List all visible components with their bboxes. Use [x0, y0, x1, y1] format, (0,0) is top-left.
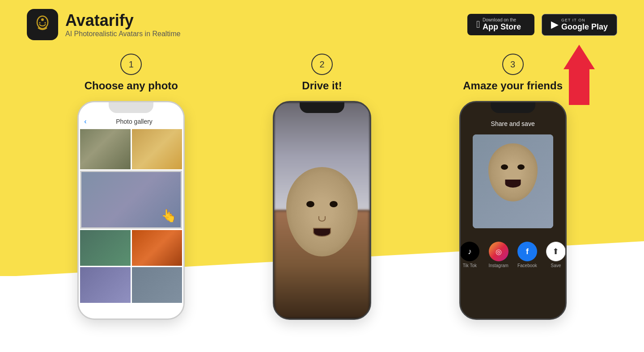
- google-play-small-text: GET IT ON: [561, 18, 608, 22]
- svg-point-3: [45, 22, 46, 24]
- app-logo-icon: [27, 9, 58, 40]
- google-play-button[interactable]: ▶ GET IT ON Google Play: [542, 14, 617, 36]
- back-arrow-icon[interactable]: ‹: [84, 117, 86, 126]
- share-buttons-row: ♪ Tik Tok ◎ Instagram f: [460, 242, 565, 268]
- facebook-icon: f: [517, 242, 537, 261]
- arrow-head: [564, 45, 595, 69]
- arrow-body: [569, 69, 589, 105]
- play-icon: ▶: [551, 19, 559, 30]
- red-arrow: [564, 45, 595, 105]
- gallery-photo-selected[interactable]: 👆: [80, 171, 182, 229]
- share-photo: [473, 134, 553, 228]
- phone-2-mockup: [273, 101, 371, 320]
- svg-point-2: [39, 22, 41, 24]
- step-2: 2 Drive it!: [237, 54, 407, 320]
- gallery-photo-1[interactable]: [80, 129, 131, 169]
- gallery-photo-4[interactable]: [132, 230, 182, 266]
- phone-3-mockup: Share and save: [459, 101, 567, 320]
- app-store-big-text: App Store: [483, 22, 521, 32]
- save-label: Save: [551, 263, 561, 268]
- step-1-number: 1: [129, 59, 134, 70]
- app-store-button[interactable]:  Download on the App Store: [467, 14, 534, 35]
- step-2-title: Drive it!: [302, 80, 342, 92]
- store-buttons:  Download on the App Store ▶ GET IT ON …: [467, 14, 617, 36]
- app-store-small-text: Download on the: [483, 17, 521, 22]
- page-content: Avatarify AI Photorealistic Avatars in R…: [0, 0, 644, 352]
- logo-text: Avatarify AI Photorealistic Avatars in R…: [65, 11, 181, 38]
- header: Avatarify AI Photorealistic Avatars in R…: [0, 0, 644, 40]
- tiktok-label: Tik Tok: [463, 263, 477, 268]
- step-1-circle: 1: [120, 54, 142, 75]
- tiktok-share-button[interactable]: ♪ Tik Tok: [460, 242, 479, 268]
- gallery-photo-2[interactable]: [132, 129, 182, 169]
- tiktok-icon: ♪: [460, 242, 479, 261]
- svg-point-0: [37, 16, 48, 29]
- app-title: Avatarify: [65, 11, 181, 30]
- gallery-grid: 👆: [79, 129, 183, 303]
- gallery-photo-5[interactable]: [80, 267, 131, 303]
- steps-section: 1 Choose any photo ‹ Photo gallery 👆: [0, 40, 644, 320]
- app-subtitle: AI Photorealistic Avatars in Realtime: [65, 30, 181, 38]
- apple-icon: : [476, 19, 480, 30]
- instagram-share-button[interactable]: ◎ Instagram: [488, 242, 508, 268]
- facebook-label: Facebook: [517, 263, 537, 268]
- svg-point-1: [41, 18, 44, 21]
- step-2-circle: 2: [311, 54, 333, 75]
- phone-1-content: ‹ Photo gallery 👆: [79, 102, 183, 318]
- phone-1-mockup: ‹ Photo gallery 👆: [77, 101, 185, 320]
- gallery-header: ‹ Photo gallery: [79, 116, 183, 129]
- step-2-number: 2: [319, 59, 324, 70]
- instagram-label: Instagram: [488, 263, 508, 268]
- save-share-button[interactable]: ⬆ Save: [546, 242, 566, 268]
- facebook-share-button[interactable]: f Facebook: [517, 242, 537, 268]
- logo-area: Avatarify AI Photorealistic Avatars in R…: [27, 9, 181, 40]
- phone-1-notch: [109, 102, 153, 113]
- step-3-circle: 3: [502, 54, 524, 75]
- share-title: Share and save: [491, 120, 535, 127]
- gallery-photo-6[interactable]: [132, 267, 182, 303]
- gallery-title: Photo gallery: [90, 118, 178, 125]
- phone-3-notch: [491, 102, 535, 113]
- phone-2-notch: [300, 102, 344, 113]
- google-play-big-text: Google Play: [561, 22, 608, 32]
- phone-3-content: Share and save: [461, 102, 565, 318]
- tap-icon: 👆: [161, 209, 174, 221]
- step-3-number: 3: [510, 59, 515, 70]
- instagram-icon: ◎: [489, 242, 508, 261]
- gallery-photo-3[interactable]: [80, 230, 131, 266]
- step-1-title: Choose any photo: [85, 80, 178, 92]
- save-icon: ⬆: [546, 242, 566, 261]
- step-1: 1 Choose any photo ‹ Photo gallery 👆: [46, 54, 216, 320]
- phone-2-content: [274, 102, 370, 318]
- step-3-title: Amaze your friends: [463, 80, 563, 92]
